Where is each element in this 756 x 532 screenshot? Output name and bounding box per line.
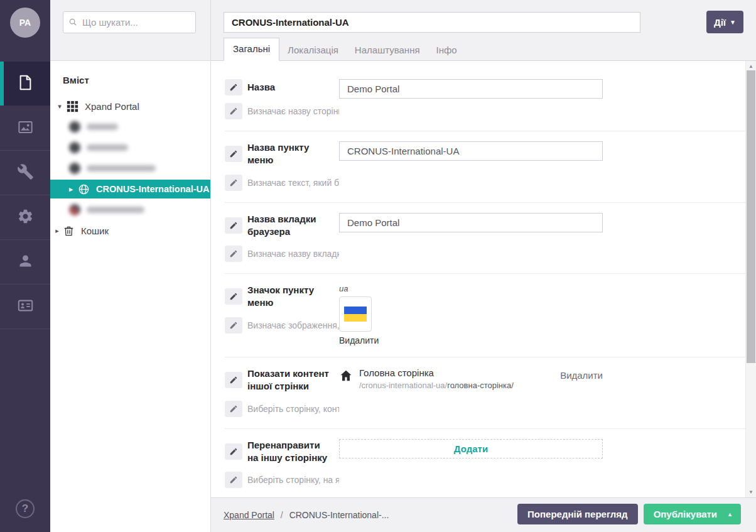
edit-label-button[interactable] <box>225 443 242 460</box>
tree-item-selected[interactable]: ▸ CRONUS-International-UA <box>50 180 210 198</box>
tree-item-redacted[interactable] <box>50 200 210 219</box>
tree-panel-header <box>50 0 210 61</box>
chevron-right-icon[interactable]: ▸ <box>67 185 75 193</box>
main-area: Дії ▼ Загальні Локалізація Налаштування … <box>211 0 756 532</box>
edit-label-button[interactable] <box>225 79 242 95</box>
edit-help-button[interactable] <box>225 175 242 191</box>
tree-item-redacted[interactable] <box>50 138 210 157</box>
avatar[interactable]: PA <box>10 8 40 38</box>
tab-localization[interactable]: Локалізація <box>279 40 347 61</box>
actions-button[interactable]: Дії ▼ <box>706 11 743 33</box>
rail-item-settings[interactable] <box>0 195 50 240</box>
icon-rail: PA <box>0 0 50 532</box>
pencil-icon <box>229 221 238 230</box>
tab-settings[interactable]: Налаштування <box>347 40 428 61</box>
redacted-label <box>87 124 118 130</box>
path-prefix: /cronus-international-ua/ <box>359 381 447 390</box>
tree-item-redacted[interactable] <box>50 159 210 178</box>
tree-heading: Вміст <box>63 75 210 85</box>
add-redirect-button[interactable]: Додати <box>339 439 603 459</box>
remove-icon-link[interactable]: Видалити <box>339 335 603 345</box>
menu-icon-thumbnail[interactable] <box>339 296 372 332</box>
edit-label-button[interactable] <box>225 372 242 388</box>
edit-label-button[interactable] <box>225 217 242 234</box>
pencil-icon <box>229 149 238 158</box>
edit-help-button[interactable] <box>225 246 242 262</box>
edit-help-button[interactable] <box>225 401 242 417</box>
rail-item-contacts[interactable] <box>0 285 50 329</box>
field-row-show-content: Показати контент іншої стрінки Виберіть … <box>225 357 745 429</box>
name-input[interactable] <box>339 79 603 99</box>
preview-button[interactable]: Попередній перегляд <box>517 504 638 524</box>
field-row-name: Назва Визначає назву сторінк... <box>225 61 745 131</box>
field-row-browser-tab-name: Назва вкладки браузера Визначає назву вк… <box>225 203 745 274</box>
search-box <box>63 11 196 33</box>
scrollbar-thumb[interactable] <box>747 70 755 363</box>
rail-item-content[interactable] <box>0 62 50 106</box>
field-label: Показати контент іншої стрінки <box>247 367 333 393</box>
edit-help-button[interactable] <box>225 317 242 334</box>
pencil-icon <box>229 249 238 258</box>
breadcrumb-root-link[interactable]: Xpand Portal <box>224 510 274 520</box>
actions-button-label: Дії <box>714 17 726 28</box>
path-current: головна-сторінка/ <box>447 381 514 390</box>
field-help: Визначає назву вкладк... <box>247 249 339 259</box>
field-label: Назва вкладки браузера <box>247 213 333 239</box>
tree-item-redacted[interactable] <box>50 117 210 136</box>
page-title-input[interactable] <box>224 12 640 33</box>
tree-item-root[interactable]: ▾ Xpand Portal <box>50 97 210 116</box>
globe-icon <box>69 163 80 174</box>
edit-label-button[interactable] <box>225 146 242 162</box>
pencil-icon <box>229 376 238 384</box>
menu-item-name-input[interactable] <box>339 141 603 161</box>
language-tag: ua <box>339 284 603 293</box>
field-help: Виберіть сторінку, на я... <box>247 475 339 485</box>
search-input[interactable] <box>82 17 190 28</box>
edit-help-button[interactable] <box>225 103 242 119</box>
tree-item-trash[interactable]: ▸ Кошик <box>50 221 210 240</box>
redacted-label <box>87 165 156 171</box>
remove-page-link[interactable]: Видалити <box>560 370 603 381</box>
edit-label-button[interactable] <box>225 288 242 305</box>
chevron-down-icon[interactable]: ▾ <box>55 102 64 111</box>
trash-icon <box>63 225 75 237</box>
publish-button[interactable]: Опублікувати ▲ <box>644 504 741 524</box>
chevron-right-icon[interactable]: ▸ <box>53 227 62 235</box>
linked-page-title: Головна сторінка <box>359 367 514 378</box>
document-icon <box>17 74 34 94</box>
chevron-up-icon: ▲ <box>727 511 733 518</box>
tab-general[interactable]: Загальні <box>224 38 279 61</box>
globe-icon <box>69 204 80 215</box>
pencil-icon <box>229 83 238 92</box>
rail-item-media[interactable] <box>0 106 50 151</box>
globe-icon <box>69 142 80 153</box>
id-card-icon <box>17 297 34 317</box>
scroll-up-arrow[interactable]: ▲ <box>746 63 756 69</box>
scroll-down-arrow[interactable]: ▼ <box>746 489 756 495</box>
help-icon[interactable]: ? <box>16 499 35 518</box>
search-icon <box>68 18 78 27</box>
tab-info[interactable]: Інфо <box>428 40 465 61</box>
vertical-scrollbar[interactable]: ▲ ▼ <box>745 61 756 497</box>
rail-item-tools[interactable] <box>0 151 50 195</box>
browser-tab-name-input[interactable] <box>339 213 603 232</box>
field-help: Виберіть сторінку, конт... <box>247 404 339 414</box>
edit-help-button[interactable] <box>225 472 242 488</box>
image-icon <box>17 119 34 138</box>
redacted-label <box>87 207 144 213</box>
field-row-menu-icon: Значок пункту меню Визначає зображення, … <box>225 274 745 357</box>
field-label: Назва пункту меню <box>247 141 333 167</box>
field-row-menu-item-name: Назва пункту меню Визначає текст, який б… <box>225 131 745 203</box>
main-header: Дії ▼ Загальні Локалізація Налаштування … <box>211 0 756 61</box>
field-row-redirect: Перенаправити на іншу стіорінку Виберіть… <box>225 429 745 498</box>
globe-icon <box>69 121 80 133</box>
tree-panel: Вміст ▾ Xpand Portal ▸ CRONUS-Internatio <box>50 0 211 532</box>
wrench-icon <box>17 163 34 183</box>
pencil-icon <box>229 404 238 413</box>
rail-item-users[interactable] <box>0 240 50 285</box>
app-root: PA <box>0 0 756 532</box>
form-content: Назва Визначає назву сторінк... Назва <box>211 61 745 497</box>
field-label: Значок пункту меню <box>247 284 333 310</box>
breadcrumb: Xpand Portal / CRONUS-International-... <box>224 510 389 520</box>
field-help: Визначає зображення, ... <box>247 320 339 330</box>
